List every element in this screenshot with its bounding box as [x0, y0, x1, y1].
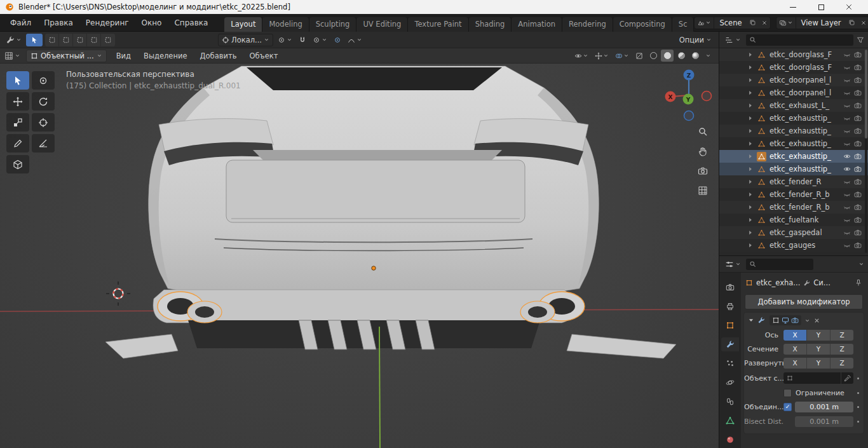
outliner-item[interactable]: etkc_exhaust_L_	[719, 99, 868, 112]
flip-toggle-button[interactable]: Z	[831, 358, 853, 369]
workspace-tab[interactable]: Modeling	[262, 17, 309, 32]
outliner-item[interactable]: etkc_exhausttip_	[719, 163, 868, 175]
outliner-editor-type-selector[interactable]	[723, 36, 743, 44]
eye-open-icon[interactable]	[843, 153, 851, 160]
shading-solid-button[interactable]	[661, 50, 674, 62]
viewport-menu-item[interactable]: Добавить	[194, 48, 243, 64]
tab-material-properties[interactable]	[721, 433, 739, 447]
expand-arrow-icon[interactable]	[747, 64, 754, 71]
camera-visibility-icon[interactable]	[854, 140, 862, 147]
eye-closed-icon[interactable]	[843, 64, 851, 71]
axis-toggle-button[interactable]: Y	[807, 330, 831, 341]
new-view-layer-button[interactable]	[846, 17, 858, 29]
bisect-distance-field[interactable]: 0.001 m	[795, 416, 853, 427]
bisect-toggle-button[interactable]: Y	[807, 344, 831, 355]
toggle-xray-button[interactable]	[633, 52, 646, 60]
shading-material-button[interactable]	[675, 50, 688, 62]
eye-closed-icon[interactable]	[843, 140, 851, 147]
overlays-dropdown[interactable]	[613, 52, 632, 60]
tool-annotate[interactable]	[6, 134, 29, 153]
browse-scene-button[interactable]	[695, 17, 714, 29]
workspace-tab[interactable]: Rendering	[562, 17, 613, 32]
animate-dot[interactable]	[857, 406, 859, 408]
scene-name[interactable]: Scene	[714, 18, 747, 27]
expand-arrow-icon[interactable]	[747, 128, 754, 134]
camera-visibility-icon[interactable]	[854, 102, 862, 109]
tool-scale[interactable]	[6, 113, 29, 132]
expand-arrow-icon[interactable]	[747, 166, 754, 172]
outliner-item[interactable]: etkc_doorglass_F	[719, 61, 868, 74]
workspace-tab[interactable]: Layout	[224, 17, 262, 32]
tab-physics-properties[interactable]	[721, 376, 739, 390]
select-mode-subtract-button[interactable]	[73, 34, 87, 46]
remove-view-layer-button[interactable]	[858, 17, 868, 29]
collapse-arrow-icon[interactable]	[748, 317, 754, 323]
pan-button[interactable]	[696, 144, 710, 158]
options-dropdown[interactable]: Опции	[676, 34, 715, 46]
scrollbar-thumb[interactable]	[865, 50, 867, 139]
tool-cursor[interactable]	[32, 71, 55, 90]
mode-dropdown[interactable]: Объектный ...	[26, 50, 107, 62]
snap-target-dropdown[interactable]	[311, 36, 329, 44]
close-button[interactable]	[835, 0, 863, 14]
tool-add-cube[interactable]	[6, 155, 29, 173]
tool-move[interactable]	[6, 92, 29, 111]
transform-orientation-dropdown[interactable]: Локал...	[218, 34, 273, 46]
expand-arrow-icon[interactable]	[747, 102, 754, 109]
active-tool-button[interactable]	[26, 34, 43, 46]
select-mode-extend-button[interactable]	[59, 34, 73, 46]
tab-render-properties[interactable]	[721, 280, 739, 294]
tab-output-properties[interactable]	[721, 299, 739, 313]
remove-scene-button[interactable]	[759, 17, 770, 29]
camera-visibility-icon[interactable]	[854, 191, 862, 198]
eye-closed-icon[interactable]	[843, 216, 851, 224]
toggle-ortho-button[interactable]	[696, 184, 710, 198]
topbar-menu-item[interactable]: Правка	[37, 15, 79, 31]
bisect-toggle-button[interactable]: X	[783, 344, 807, 355]
navigation-gizmo[interactable]: Z X Y	[664, 67, 714, 122]
render-toggle-icon[interactable]	[791, 316, 799, 324]
eye-closed-icon[interactable]	[843, 203, 851, 211]
shading-dropdown[interactable]	[703, 53, 714, 58]
eye-closed-icon[interactable]	[843, 114, 851, 122]
editor-type-selector[interactable]	[4, 36, 24, 44]
outliner-item[interactable]: etkc_fender_R	[719, 175, 868, 188]
viewport-menu-item[interactable]: Вид	[111, 48, 137, 64]
expand-arrow-icon[interactable]	[747, 191, 754, 198]
merge-checkbox[interactable]	[783, 403, 792, 411]
outliner-item[interactable]: etkc_exhausttip_	[719, 112, 868, 125]
minimize-button[interactable]	[779, 0, 807, 14]
properties-search-input[interactable]	[746, 259, 813, 270]
tool-rotate[interactable]	[32, 92, 55, 111]
select-mode-invert-button[interactable]	[87, 34, 101, 46]
camera-visibility-icon[interactable]	[854, 216, 862, 224]
viewport-canvas[interactable]: Пользовательская перспектива (175) Colle…	[0, 64, 719, 448]
outliner-search-input[interactable]	[746, 34, 853, 46]
expand-arrow-icon[interactable]	[747, 204, 754, 210]
eye-closed-icon[interactable]	[843, 178, 851, 186]
outliner-item[interactable]: etkc_fueltank	[719, 214, 868, 226]
workspace-tab[interactable]: Animation	[512, 17, 562, 32]
zoom-button[interactable]	[696, 125, 710, 139]
tool-measure[interactable]	[32, 134, 55, 153]
outliner-item[interactable]: etkc_doorglass_F	[719, 48, 868, 61]
animate-dot[interactable]	[857, 392, 859, 394]
pivot-point-dropdown[interactable]	[276, 36, 294, 44]
shading-rendered-button[interactable]	[689, 50, 702, 62]
eyedropper-button[interactable]	[841, 372, 853, 384]
new-scene-button[interactable]	[747, 17, 759, 29]
add-modifier-button[interactable]: Добавить модификатор	[745, 294, 863, 309]
expand-arrow-icon[interactable]	[747, 217, 754, 223]
animate-dot[interactable]	[857, 421, 859, 423]
expand-arrow-icon[interactable]	[747, 77, 754, 83]
tab-object-properties[interactable]	[721, 318, 739, 332]
tool-select-box[interactable]	[6, 71, 29, 90]
topbar-menu-item[interactable]: Рендеринг	[79, 15, 135, 31]
mirror-object-field[interactable]	[783, 372, 841, 384]
eye-closed-icon[interactable]	[843, 76, 851, 84]
outliner-item[interactable]: etkc_gauges	[719, 239, 868, 252]
topbar-menu-item[interactable]: Файл	[4, 15, 37, 31]
expand-arrow-icon[interactable]	[747, 179, 754, 185]
viewport-editor-type-selector[interactable]	[3, 51, 22, 60]
flip-toggle-button[interactable]: Y	[807, 358, 831, 369]
